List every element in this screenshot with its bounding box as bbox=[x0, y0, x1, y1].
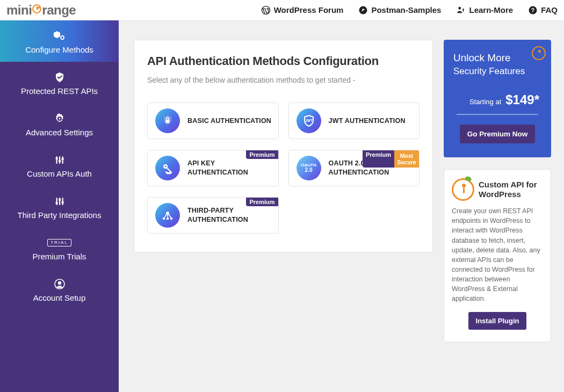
svg-text:?: ? bbox=[531, 6, 534, 13]
promo-starting-at: Starting at bbox=[469, 98, 501, 106]
auth-card-grid: BASIC AUTHENTICATION JWT JWT AUTHENTICAT… bbox=[147, 103, 420, 234]
sidebar-item-third-party[interactable]: Third Party Integrations bbox=[0, 186, 119, 227]
trial-badge-text: TRIAL bbox=[47, 239, 71, 246]
shield-check-icon bbox=[54, 71, 65, 83]
card-apikey-auth[interactable]: Premium API KEY AUTHENTICATION bbox=[147, 150, 279, 186]
premium-badge: Premium bbox=[363, 150, 394, 168]
sliders-icon bbox=[54, 154, 65, 166]
main-content: API Authentication Methods Configuration… bbox=[119, 20, 564, 392]
svg-point-3 bbox=[462, 9, 464, 10]
svg-point-16 bbox=[55, 202, 58, 205]
right-column: Unlock More Security Features Starting a… bbox=[444, 40, 551, 342]
sidebar-item-custom-apis[interactable]: Custom APIs Auth bbox=[0, 144, 119, 186]
faq-icon: ? bbox=[528, 5, 538, 15]
top-header: mini range WordPress Forum Postman-Sampl… bbox=[0, 0, 564, 20]
svg-point-2 bbox=[459, 6, 461, 9]
svg-point-18 bbox=[61, 201, 64, 204]
user-circle-icon bbox=[54, 278, 65, 290]
premium-badge: Premium bbox=[246, 198, 278, 206]
logo-text-right: range bbox=[42, 3, 76, 18]
nav-label: Learn-More bbox=[469, 5, 513, 14]
sidebar: Configure Methods Protected REST APIs Ad… bbox=[0, 20, 119, 392]
sidebar-item-advanced-settings[interactable]: Advanced Settings bbox=[0, 103, 119, 144]
svg-point-12 bbox=[61, 158, 64, 161]
nav-label: FAQ bbox=[541, 5, 558, 14]
lock-shield-icon bbox=[155, 108, 180, 133]
sidebar-item-configure-methods[interactable]: Configure Methods bbox=[0, 20, 119, 62]
logo-text-left: mini bbox=[6, 3, 32, 18]
network-nodes-icon bbox=[155, 203, 180, 228]
sidebar-item-label: Custom APIs Auth bbox=[27, 169, 92, 178]
svg-point-10 bbox=[55, 157, 58, 160]
gear-icon bbox=[54, 113, 65, 125]
oauth-icon: OAUTH 2.0 bbox=[297, 156, 321, 180]
nav-faq[interactable]: ? FAQ bbox=[528, 5, 558, 15]
most-secure-badge: Most Secure bbox=[394, 150, 419, 168]
sliders-icon bbox=[54, 195, 65, 207]
nav-label: Postman-Samples bbox=[371, 5, 441, 14]
svg-point-11 bbox=[58, 160, 61, 163]
brand-logo[interactable]: mini range bbox=[6, 3, 76, 18]
brand-ring-icon bbox=[532, 46, 546, 60]
promo2-title: Custom API for WordPress bbox=[479, 180, 543, 199]
auth-methods-panel: API Authentication Methods Configuration… bbox=[134, 40, 433, 252]
oauth-text-small: 2.0 bbox=[305, 168, 313, 173]
brand-ring-leaf-icon bbox=[452, 178, 474, 201]
nav-wordpress-forum[interactable]: WordPress Forum bbox=[261, 5, 344, 15]
svg-point-24 bbox=[165, 166, 167, 168]
svg-point-17 bbox=[58, 199, 61, 201]
panel-title: API Authentication Methods Configuration bbox=[147, 54, 420, 68]
card-basic-auth[interactable]: BASIC AUTHENTICATION bbox=[147, 103, 279, 139]
key-icon bbox=[155, 156, 180, 180]
learn-icon bbox=[456, 5, 466, 15]
svg-point-27 bbox=[167, 217, 169, 220]
sidebar-item-label: Configure Methods bbox=[25, 45, 93, 54]
custom-api-promo-card: Custom API for WordPress Create your own… bbox=[444, 169, 551, 342]
promo-line1: Unlock More bbox=[453, 52, 541, 65]
trial-badge-icon: TRIAL bbox=[47, 237, 71, 249]
wordpress-icon bbox=[261, 5, 271, 15]
nav-learn-more[interactable]: Learn-More bbox=[456, 5, 513, 15]
nav-label: WordPress Forum bbox=[274, 5, 344, 14]
go-premium-button[interactable]: Go Premium Now bbox=[460, 125, 536, 143]
sidebar-item-label: Third Party Integrations bbox=[18, 210, 102, 220]
promo-line2: Security Features bbox=[453, 66, 541, 77]
cube-gear-icon bbox=[53, 30, 67, 42]
card-oauth-auth[interactable]: Premium Most Secure OAUTH 2.0 OAUTH 2.0 … bbox=[288, 150, 420, 186]
card-jwt-auth[interactable]: JWT JWT AUTHENTICATION bbox=[288, 103, 420, 139]
promo-divider bbox=[457, 114, 538, 115]
premium-promo-card: Unlock More Security Features Starting a… bbox=[444, 40, 551, 157]
svg-point-20 bbox=[57, 281, 61, 285]
sidebar-item-protected-apis[interactable]: Protected REST APIs bbox=[0, 62, 119, 103]
jwt-shield-icon: JWT bbox=[297, 108, 321, 133]
premium-badge: Premium bbox=[246, 150, 278, 159]
top-nav: WordPress Forum Postman-Samples Learn-Mo… bbox=[261, 5, 558, 15]
card-label: THIRD-PARTY AUTHENTICATION bbox=[187, 206, 273, 224]
svg-text:JWT: JWT bbox=[305, 119, 313, 122]
promo2-body: Create your own REST API endpoints in Wo… bbox=[452, 206, 543, 303]
install-plugin-button[interactable]: Install Plugin bbox=[468, 312, 527, 330]
card-label: API KEY AUTHENTICATION bbox=[187, 159, 273, 177]
card-label: BASIC AUTHENTICATION bbox=[187, 117, 271, 126]
postman-icon bbox=[358, 5, 368, 15]
svg-rect-21 bbox=[166, 120, 170, 123]
promo-price: $149* bbox=[505, 92, 539, 107]
sidebar-item-premium-trials[interactable]: TRIAL Premium Trials bbox=[0, 227, 119, 268]
logo-icon bbox=[32, 4, 41, 13]
nav-postman-samples[interactable]: Postman-Samples bbox=[358, 5, 441, 15]
sidebar-item-label: Premium Trials bbox=[32, 252, 86, 261]
sidebar-item-account-setup[interactable]: Account Setup bbox=[0, 268, 119, 310]
sidebar-item-label: Protected REST APIs bbox=[21, 86, 98, 96]
card-label: JWT AUTHENTICATION bbox=[329, 117, 406, 126]
card-thirdparty-auth[interactable]: Premium THIRD-PARTY AUTHENTICATION bbox=[147, 197, 279, 234]
sidebar-item-label: Account Setup bbox=[33, 293, 86, 302]
panel-subtitle: Select any of the below authentication m… bbox=[147, 76, 420, 84]
sidebar-item-label: Advanced Settings bbox=[26, 128, 93, 137]
